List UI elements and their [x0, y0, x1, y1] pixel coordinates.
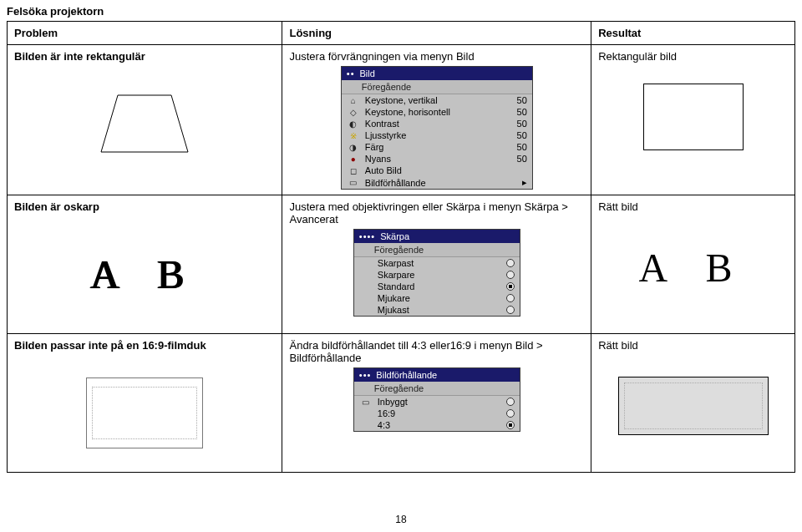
- menu-item-label: 4:3: [378, 420, 501, 430]
- auto-icon: ◻: [347, 166, 360, 175]
- blurry-ab-illustration: A B: [90, 251, 199, 297]
- menu-item-label: Auto Bild: [365, 165, 502, 175]
- menu-bild: ••Bild Föregående ⌂Keystone, vertikal50 …: [341, 66, 533, 190]
- menu-item-label: Skarpast: [378, 258, 501, 268]
- solution-text-3: Ändra bildförhållandet till 4:3 eller16:…: [289, 339, 584, 364]
- menu-item-value: ▸: [507, 177, 527, 188]
- brightness-icon: ※: [347, 131, 360, 140]
- result-text-3: Rätt bild: [598, 339, 788, 352]
- menu-bild-title: Bild: [360, 68, 375, 79]
- page-number: 18: [0, 514, 802, 525]
- trapezoid-illustration: [14, 69, 275, 178]
- result-text-2: Rätt bild: [598, 200, 788, 213]
- troubleshoot-table: Problem Lösning Resultat Bilden är inte …: [7, 21, 795, 473]
- menu-item-label: Keystone, vertikal: [365, 95, 502, 105]
- dots-icon: ••••: [359, 231, 375, 241]
- menu-item-label: Bildförhållande: [365, 178, 502, 188]
- solution-text-1: Justera förvrängningen via menyn Bild: [289, 50, 584, 63]
- svg-marker-0: [101, 95, 188, 152]
- contrast-icon: ◐: [347, 119, 360, 129]
- menu-item-value: 50: [507, 154, 527, 164]
- menu-bild-subtitle: Föregående: [342, 80, 532, 94]
- radio-icon: [506, 259, 515, 267]
- sharp-ab-illustration: A B: [639, 245, 748, 291]
- keystone-v-icon: ⌂: [347, 96, 360, 105]
- radio-icon: [506, 271, 515, 279]
- header-solution: Lösning: [289, 27, 332, 39]
- result-text-1: Rektangulär bild: [598, 50, 788, 63]
- radio-icon-selected: [506, 282, 515, 291]
- menu-skarpa-subtitle: Föregående: [354, 243, 520, 257]
- menu-skarpa-title: Skärpa: [380, 231, 409, 241]
- page-title: Felsöka projektorn: [0, 0, 802, 21]
- menu-item-label: 16:9: [378, 408, 501, 418]
- correct-ratio-illustration: [618, 377, 769, 435]
- menu-item-value: 50: [507, 130, 527, 140]
- menu-item-value: 50: [507, 119, 527, 129]
- header-problem: Problem: [14, 27, 58, 39]
- menu-item-label: Keystone, horisontell: [365, 107, 502, 117]
- menu-item-label: Inbyggt: [378, 397, 501, 407]
- keystone-h-icon: ◇: [347, 108, 360, 117]
- tint-icon: ●: [347, 155, 360, 164]
- menu-ratio-subtitle: Föregående: [354, 382, 520, 396]
- ratio-icon: ▭: [347, 178, 360, 187]
- menu-item-label: Nyans: [365, 154, 502, 164]
- menu-item-label: Kontrast: [365, 119, 502, 129]
- dots-icon: •••: [359, 370, 372, 380]
- solution-text-2: Justera med objektivringen eller Skärpa …: [289, 200, 584, 225]
- menu-item-value: 50: [507, 142, 527, 152]
- menu-item-label: Mjukare: [378, 293, 501, 303]
- radio-icon: [506, 306, 515, 314]
- menu-ratio: •••Bildförhållande Föregående ▭Inbyggt 1…: [353, 367, 520, 432]
- radio-icon: [506, 294, 515, 302]
- radio-icon: [506, 409, 515, 418]
- color-icon: ◑: [347, 143, 360, 152]
- mismatch-ratio-illustration: [86, 377, 203, 448]
- menu-item-label: Standard: [378, 281, 501, 291]
- problem-text-2: Bilden är oskarp: [14, 200, 275, 213]
- menu-item-label: Skarpare: [378, 270, 501, 280]
- problem-text-3: Bilden passar inte på en 16:9-filmduk: [14, 339, 275, 352]
- radio-icon-selected: [506, 421, 515, 429]
- menu-item-value: 50: [507, 95, 527, 105]
- ratio-box-icon: ▭: [359, 398, 373, 407]
- radio-icon: [506, 398, 515, 406]
- menu-bild-items: ⌂Keystone, vertikal50 ◇Keystone, horison…: [342, 94, 532, 189]
- problem-text-1: Bilden är inte rektangulär: [14, 50, 275, 63]
- menu-item-value: 50: [507, 107, 527, 117]
- header-result: Resultat: [598, 27, 641, 39]
- menu-skarpa: ••••Skärpa Föregående Skarpast Skarpare …: [353, 229, 520, 317]
- menu-ratio-title: Bildförhållande: [376, 370, 437, 380]
- menu-item-label: Färg: [365, 142, 502, 152]
- menu-item-label: Mjukast: [378, 305, 501, 315]
- menu-item-label: Ljusstyrke: [365, 130, 502, 140]
- rectangle-illustration: [643, 84, 744, 150]
- dots-icon: ••: [347, 68, 355, 79]
